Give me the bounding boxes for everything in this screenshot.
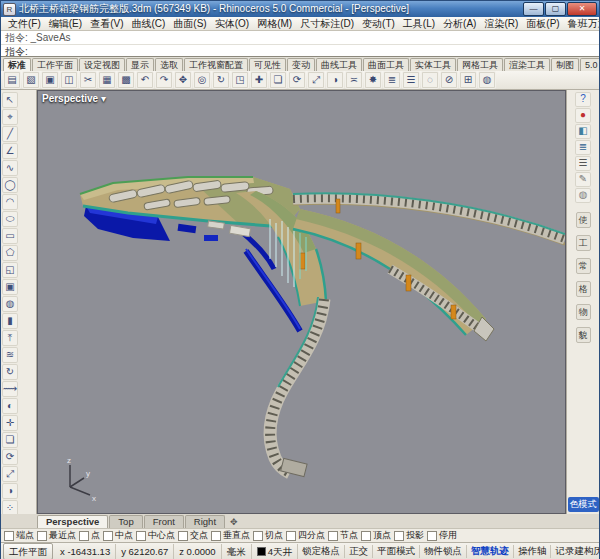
viewport-title[interactable]: Perspective ▾ [42,93,106,104]
tab-new-in-50[interactable]: 5.0 的新功能 [580,58,599,71]
menu-surface[interactable]: 曲面(S) [169,17,210,30]
redo-icon[interactable]: ↷ [155,71,173,89]
osnap-project[interactable]: 投影 [394,529,424,542]
osnap-checkbox[interactable] [253,531,263,541]
osnap-end[interactable]: 端点 [4,529,34,542]
box-icon[interactable]: ▣ [2,279,18,295]
copy-icon[interactable]: ▦ [98,71,116,89]
osnap-knot[interactable]: 节点 [328,529,358,542]
osnap-checkbox[interactable] [37,531,47,541]
osnap-checkbox[interactable] [4,531,14,541]
layers-panel-icon[interactable]: ≣ [575,140,591,155]
rotate-icon[interactable]: ⟳ [288,71,306,89]
loft-icon[interactable]: ≋ [2,347,18,363]
close-button[interactable]: ✕ [567,2,597,16]
toggle-ortho[interactable]: 正交 [345,545,373,558]
menu-solid[interactable]: 实体(O) [211,17,253,30]
osnap-vertex[interactable]: 顶点 [361,529,391,542]
title-bar[interactable]: R 北桥主桥箱梁钢筋完整版.3dm (567349 KB) - Rhinocer… [1,1,599,17]
osnap-checkbox[interactable] [361,531,371,541]
osnap-checkbox[interactable] [103,531,113,541]
grid-snap-icon[interactable]: ⊞ [459,71,477,89]
osnap-checkbox[interactable] [79,531,89,541]
menu-panels[interactable]: 面板(P) [522,17,563,30]
tab-surface-tools[interactable]: 曲面工具 [363,58,409,71]
command-area[interactable]: 指令: _SaveAs 指令: [1,31,599,57]
menu-edit[interactable]: 编辑(E) [45,17,86,30]
panel-tab-mao[interactable]: 貌 [576,327,591,343]
properties-icon[interactable]: ☰ [402,71,420,89]
rotate-view-icon[interactable]: ↻ [212,71,230,89]
viewport-title-dropdown-icon[interactable]: ▾ [101,93,106,104]
surface-icon[interactable]: ◱ [2,262,18,278]
boolean-icon[interactable]: ◐ [2,398,18,414]
explode-icon[interactable]: ✸ [364,71,382,89]
menu-view[interactable]: 查看(V) [86,17,127,30]
record-icon[interactable]: ● [575,108,591,123]
cylinder-icon[interactable]: ▮ [2,313,18,329]
print-icon[interactable]: ◫ [60,71,78,89]
scale-tool-icon[interactable]: ⤢ [2,466,18,482]
cut-icon[interactable]: ✂ [79,71,97,89]
revolve-icon[interactable]: ↻ [2,364,18,380]
lock-icon[interactable]: ⊘ [440,71,458,89]
tab-curve-tools[interactable]: 曲线工具 [316,58,362,71]
osnap-center[interactable]: 中心点 [136,529,175,542]
menu-file[interactable]: 文件(F) [4,17,45,30]
ellipse-icon[interactable]: ⬭ [2,211,18,227]
render-preview-icon[interactable]: ◍ [478,71,496,89]
select-icon[interactable]: ↖ [2,92,18,108]
extrude-icon[interactable]: ⤒ [2,330,18,346]
osnap-checkbox[interactable] [211,531,221,541]
open-file-icon[interactable]: ▧ [22,71,40,89]
osnap-near[interactable]: 最近点 [37,529,76,542]
maximize-button[interactable]: ▢ [545,2,566,16]
toggle-history[interactable]: 记录建构历史 [551,545,599,558]
undo-icon[interactable]: ↶ [136,71,154,89]
mirror-icon[interactable]: ◑ [326,71,344,89]
copy-object-icon[interactable]: ❏ [269,71,287,89]
new-file-icon[interactable]: ▤ [3,71,21,89]
menu-mesh[interactable]: 网格(M) [253,17,296,30]
panel-tab-gong[interactable]: 工 [576,235,591,251]
menu-luban[interactable]: 鲁班万通(Rhino板) [564,17,599,30]
tab-viewport-layout[interactable]: 工作视窗配置 [184,58,248,71]
current-layer[interactable]: 4天井 [252,544,298,559]
minimize-button[interactable]: — [523,2,544,16]
osnap-disable[interactable]: 停用 [427,529,457,542]
menu-dimension[interactable]: 尺寸标注(D) [296,17,358,30]
tab-drafting[interactable]: 制图 [551,58,579,71]
zoom-extents-icon[interactable]: ◳ [231,71,249,89]
hide-icon[interactable]: ◌ [421,71,439,89]
point-icon[interactable]: ⌖ [2,109,18,125]
menu-tools[interactable]: 工具(L) [399,17,439,30]
vptab-front[interactable]: Front [144,515,184,528]
toggle-planar[interactable]: 平面模式 [373,545,420,558]
osnap-checkbox[interactable] [136,531,146,541]
pan-icon[interactable]: ✥ [174,71,192,89]
materials-panel-icon[interactable]: ◍ [575,188,591,203]
osnap-point[interactable]: 点 [79,529,100,542]
toggle-gumball[interactable]: 操作轴 [514,545,552,558]
bridge-model[interactable]: z y x [38,91,566,513]
vptab-top[interactable]: Top [109,515,142,528]
sweep-icon[interactable]: ⟿ [2,381,18,397]
tab-transform[interactable]: 变动 [287,58,315,71]
notes-panel-icon[interactable]: ✎ [575,172,591,187]
osnap-checkbox[interactable] [178,531,188,541]
cplane-button[interactable]: 工作平面 [3,543,53,559]
menu-render[interactable]: 渲染(R) [480,17,522,30]
join-icon[interactable]: ≍ [345,71,363,89]
color-mode-tab[interactable]: 色模式 [568,497,599,512]
properties-panel-icon[interactable]: ☰ [575,156,591,171]
panel-tab-shi[interactable]: 使 [576,212,591,228]
zoom-window-icon[interactable]: ◎ [193,71,211,89]
osnap-intersection[interactable]: 交点 [178,529,208,542]
vptab-right[interactable]: Right [185,515,225,528]
osnap-perpendicular[interactable]: 垂直点 [211,529,250,542]
rectangle-icon[interactable]: ▭ [2,228,18,244]
tab-mesh-tools[interactable]: 网格工具 [457,58,503,71]
osnap-checkbox[interactable] [427,531,437,541]
toggle-grid-snap[interactable]: 锁定格点 [298,545,345,558]
save-file-icon[interactable]: ▣ [41,71,59,89]
